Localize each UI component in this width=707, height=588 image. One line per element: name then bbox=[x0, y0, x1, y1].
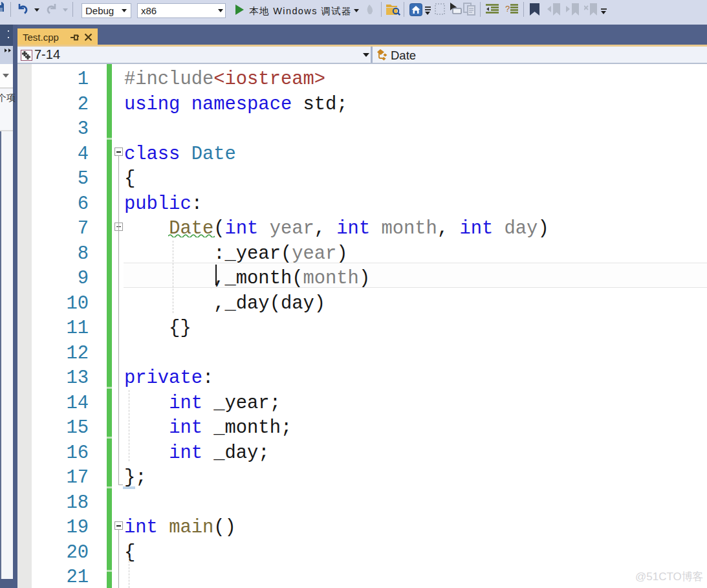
svg-text:?: ? bbox=[505, 4, 510, 14]
